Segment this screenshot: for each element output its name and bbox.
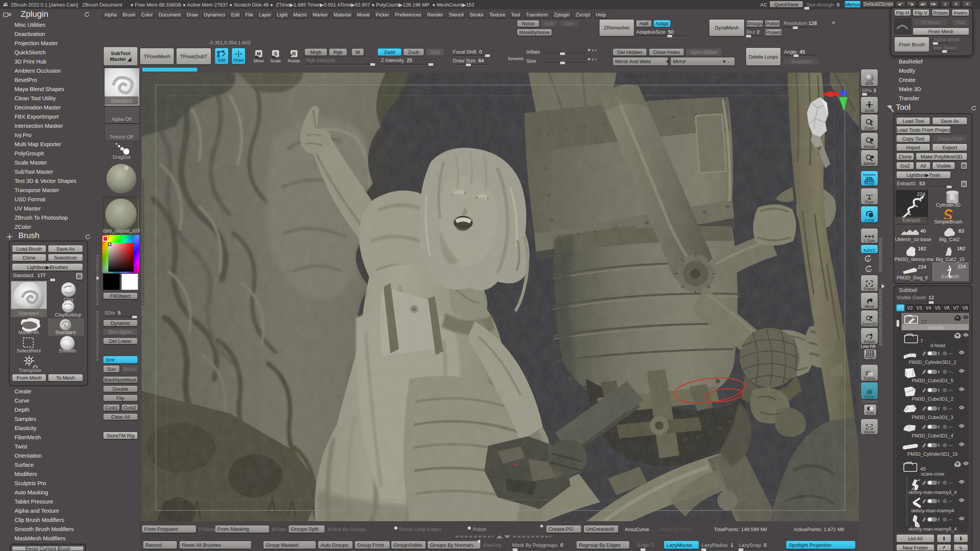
svg-text:MaskPen: MaskPen [18, 329, 39, 335]
svg-text:y: y [867, 257, 869, 261]
svg-text:SelectRect: SelectRect [17, 348, 41, 354]
svg-text:M: M [257, 51, 261, 57]
svg-text:R: R [292, 51, 296, 57]
svg-text:Standard: Standard [111, 98, 132, 104]
svg-text:ClayBuildup: ClayBuildup [55, 312, 81, 318]
svg-text:Smooth: Smooth [59, 348, 76, 354]
svg-text:z: z [867, 267, 869, 271]
svg-text:Standard: Standard [19, 310, 39, 316]
svg-text:Extract0: Extract0 [903, 218, 920, 223]
svg-text:Standard: Standard [56, 329, 76, 335]
svg-text:Extract0: Extract0 [941, 274, 959, 279]
svg-text:224: 224 [917, 191, 925, 197]
svg-text:S: S [274, 51, 278, 57]
svg-text:224: 224 [957, 264, 966, 269]
